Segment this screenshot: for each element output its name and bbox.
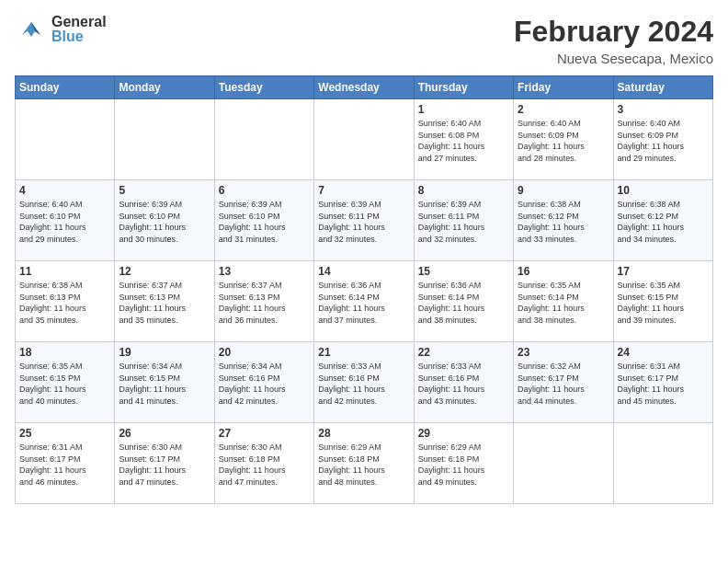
page-header: General Blue February 2024 Nueva Sesecap… (15, 15, 713, 66)
day-info: Sunrise: 6:30 AM Sunset: 6:17 PM Dayligh… (119, 442, 210, 488)
day-info: Sunrise: 6:40 AM Sunset: 6:09 PM Dayligh… (518, 118, 609, 164)
logo: General Blue (15, 15, 107, 44)
calendar-cell: 18Sunrise: 6:35 AM Sunset: 6:15 PM Dayli… (16, 342, 115, 423)
day-info: Sunrise: 6:35 AM Sunset: 6:15 PM Dayligh… (618, 280, 709, 326)
col-header-monday: Monday (115, 76, 214, 99)
day-info: Sunrise: 6:31 AM Sunset: 6:17 PM Dayligh… (19, 442, 110, 488)
calendar-cell: 19Sunrise: 6:34 AM Sunset: 6:15 PM Dayli… (115, 342, 214, 423)
day-info: Sunrise: 6:40 AM Sunset: 6:08 PM Dayligh… (418, 118, 509, 164)
day-number: 12 (119, 265, 210, 278)
col-header-wednesday: Wednesday (314, 76, 414, 99)
calendar-cell (214, 99, 313, 180)
calendar-cell: 3Sunrise: 6:40 AM Sunset: 6:09 PM Daylig… (613, 99, 712, 180)
calendar-cell: 10Sunrise: 6:38 AM Sunset: 6:12 PM Dayli… (613, 180, 712, 261)
day-info: Sunrise: 6:36 AM Sunset: 6:14 PM Dayligh… (318, 280, 409, 326)
logo-icon (15, 17, 48, 42)
calendar-cell: 27Sunrise: 6:30 AM Sunset: 6:18 PM Dayli… (214, 423, 313, 504)
day-info: Sunrise: 6:39 AM Sunset: 6:10 PM Dayligh… (219, 199, 310, 245)
day-info: Sunrise: 6:40 AM Sunset: 6:09 PM Dayligh… (618, 118, 709, 164)
col-header-saturday: Saturday (613, 76, 712, 99)
day-info: Sunrise: 6:33 AM Sunset: 6:16 PM Dayligh… (318, 361, 409, 407)
day-number: 27 (219, 427, 310, 440)
day-info: Sunrise: 6:35 AM Sunset: 6:15 PM Dayligh… (19, 361, 110, 407)
calendar-cell: 24Sunrise: 6:31 AM Sunset: 6:17 PM Dayli… (613, 342, 712, 423)
day-number: 24 (618, 346, 709, 359)
day-number: 5 (119, 184, 210, 197)
calendar-cell: 28Sunrise: 6:29 AM Sunset: 6:18 PM Dayli… (314, 423, 414, 504)
calendar-cell: 14Sunrise: 6:36 AM Sunset: 6:14 PM Dayli… (314, 261, 414, 342)
day-number: 21 (318, 346, 409, 359)
col-header-sunday: Sunday (16, 76, 115, 99)
calendar-cell (613, 423, 712, 504)
logo-blue: Blue (51, 29, 107, 44)
calendar-table: SundayMondayTuesdayWednesdayThursdayFrid… (15, 75, 713, 504)
day-info: Sunrise: 6:34 AM Sunset: 6:15 PM Dayligh… (119, 361, 210, 407)
day-info: Sunrise: 6:34 AM Sunset: 6:16 PM Dayligh… (219, 361, 310, 407)
col-header-thursday: Thursday (414, 76, 513, 99)
logo-text: General Blue (51, 15, 107, 44)
calendar-cell: 29Sunrise: 6:29 AM Sunset: 6:18 PM Dayli… (414, 423, 513, 504)
calendar-cell: 21Sunrise: 6:33 AM Sunset: 6:16 PM Dayli… (314, 342, 414, 423)
day-number: 11 (19, 265, 110, 278)
day-number: 14 (318, 265, 409, 278)
day-info: Sunrise: 6:29 AM Sunset: 6:18 PM Dayligh… (418, 442, 509, 488)
day-info: Sunrise: 6:31 AM Sunset: 6:17 PM Dayligh… (618, 361, 709, 407)
day-info: Sunrise: 6:39 AM Sunset: 6:11 PM Dayligh… (318, 199, 409, 245)
calendar-cell: 11Sunrise: 6:38 AM Sunset: 6:13 PM Dayli… (16, 261, 115, 342)
day-number: 6 (219, 184, 310, 197)
calendar-cell (314, 99, 414, 180)
calendar-cell: 8Sunrise: 6:39 AM Sunset: 6:11 PM Daylig… (414, 180, 513, 261)
calendar-cell: 15Sunrise: 6:36 AM Sunset: 6:14 PM Dayli… (414, 261, 513, 342)
calendar-cell: 7Sunrise: 6:39 AM Sunset: 6:11 PM Daylig… (314, 180, 414, 261)
calendar-week-4: 25Sunrise: 6:31 AM Sunset: 6:17 PM Dayli… (16, 423, 713, 504)
day-info: Sunrise: 6:38 AM Sunset: 6:12 PM Dayligh… (518, 199, 609, 245)
location-subtitle: Nueva Sesecapa, Mexico (514, 51, 713, 66)
day-number: 8 (418, 184, 509, 197)
day-number: 25 (19, 427, 110, 440)
calendar-cell: 5Sunrise: 6:39 AM Sunset: 6:10 PM Daylig… (115, 180, 214, 261)
calendar-cell: 6Sunrise: 6:39 AM Sunset: 6:10 PM Daylig… (214, 180, 313, 261)
day-number: 29 (418, 427, 509, 440)
day-number: 1 (418, 103, 509, 116)
day-info: Sunrise: 6:36 AM Sunset: 6:14 PM Dayligh… (418, 280, 509, 326)
calendar-cell (514, 423, 613, 504)
logo-general: General (51, 15, 107, 29)
calendar-cell: 13Sunrise: 6:37 AM Sunset: 6:13 PM Dayli… (214, 261, 313, 342)
day-number: 28 (318, 427, 409, 440)
day-info: Sunrise: 6:32 AM Sunset: 6:17 PM Dayligh… (518, 361, 609, 407)
day-number: 10 (618, 184, 709, 197)
col-header-tuesday: Tuesday (214, 76, 313, 99)
day-number: 22 (418, 346, 509, 359)
day-number: 3 (618, 103, 709, 116)
day-number: 26 (119, 427, 210, 440)
calendar-cell: 1Sunrise: 6:40 AM Sunset: 6:08 PM Daylig… (414, 99, 513, 180)
day-number: 2 (518, 103, 609, 116)
day-number: 19 (119, 346, 210, 359)
calendar-cell: 26Sunrise: 6:30 AM Sunset: 6:17 PM Dayli… (115, 423, 214, 504)
col-header-friday: Friday (514, 76, 613, 99)
calendar-cell: 20Sunrise: 6:34 AM Sunset: 6:16 PM Dayli… (214, 342, 313, 423)
calendar-cell: 2Sunrise: 6:40 AM Sunset: 6:09 PM Daylig… (514, 99, 613, 180)
day-info: Sunrise: 6:35 AM Sunset: 6:14 PM Dayligh… (518, 280, 609, 326)
day-info: Sunrise: 6:40 AM Sunset: 6:10 PM Dayligh… (19, 199, 110, 245)
day-info: Sunrise: 6:38 AM Sunset: 6:12 PM Dayligh… (618, 199, 709, 245)
day-number: 23 (518, 346, 609, 359)
calendar-cell: 16Sunrise: 6:35 AM Sunset: 6:14 PM Dayli… (514, 261, 613, 342)
title-area: February 2024 Nueva Sesecapa, Mexico (514, 15, 713, 66)
day-info: Sunrise: 6:37 AM Sunset: 6:13 PM Dayligh… (119, 280, 210, 326)
calendar-cell (16, 99, 115, 180)
calendar-cell: 9Sunrise: 6:38 AM Sunset: 6:12 PM Daylig… (514, 180, 613, 261)
day-info: Sunrise: 6:30 AM Sunset: 6:18 PM Dayligh… (219, 442, 310, 488)
day-number: 20 (219, 346, 310, 359)
calendar-cell: 25Sunrise: 6:31 AM Sunset: 6:17 PM Dayli… (16, 423, 115, 504)
day-number: 9 (518, 184, 609, 197)
calendar-cell: 4Sunrise: 6:40 AM Sunset: 6:10 PM Daylig… (16, 180, 115, 261)
calendar-cell: 12Sunrise: 6:37 AM Sunset: 6:13 PM Dayli… (115, 261, 214, 342)
day-number: 4 (19, 184, 110, 197)
calendar-cell: 23Sunrise: 6:32 AM Sunset: 6:17 PM Dayli… (514, 342, 613, 423)
calendar-header-row: SundayMondayTuesdayWednesdayThursdayFrid… (16, 76, 713, 99)
calendar-week-1: 4Sunrise: 6:40 AM Sunset: 6:10 PM Daylig… (16, 180, 713, 261)
day-info: Sunrise: 6:29 AM Sunset: 6:18 PM Dayligh… (318, 442, 409, 488)
calendar-week-2: 11Sunrise: 6:38 AM Sunset: 6:13 PM Dayli… (16, 261, 713, 342)
day-number: 18 (19, 346, 110, 359)
